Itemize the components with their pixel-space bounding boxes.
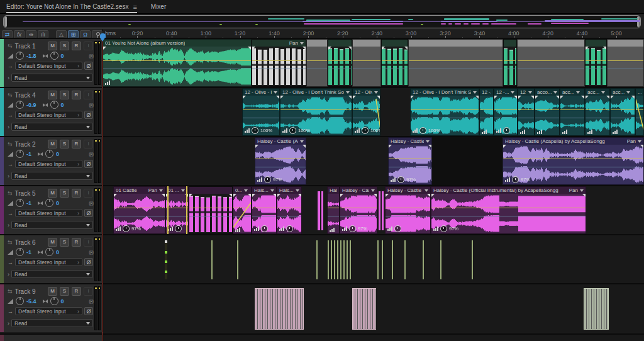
pan-envelope-line[interactable] bbox=[389, 167, 431, 167]
audio-clip[interactable] bbox=[352, 39, 381, 87]
input-monitor-button[interactable]: I bbox=[84, 42, 93, 50]
clip-header[interactable]: 12 - Olive - I Don't Think So - Ex... bbox=[411, 89, 479, 96]
volume-envelope-line[interactable] bbox=[382, 60, 408, 61]
muted-audio-clip[interactable] bbox=[255, 288, 304, 330]
audio-clip-sliver[interactable] bbox=[423, 240, 424, 279]
phase-invert-button[interactable]: Ø bbox=[84, 258, 93, 266]
audio-clip-sliver[interactable] bbox=[350, 240, 351, 279]
volume-envelope-line[interactable] bbox=[328, 60, 352, 61]
audio-clip[interactable]: 12 - Olive...100% bbox=[352, 88, 380, 136]
clip-gain-icon[interactable] bbox=[342, 226, 347, 231]
mute-button[interactable]: M bbox=[48, 42, 57, 50]
clip-gain-icon[interactable] bbox=[482, 130, 487, 134]
volume-knob[interactable] bbox=[16, 150, 24, 158]
chevron-down-icon[interactable] bbox=[553, 91, 557, 94]
time-stretch-icon[interactable] bbox=[123, 225, 130, 232]
chevron-down-icon[interactable] bbox=[426, 140, 430, 143]
record-arm-button[interactable]: R bbox=[72, 91, 81, 99]
chevron-down-icon[interactable] bbox=[346, 91, 350, 94]
audio-clip[interactable]: Halsey - Castle (Off... bbox=[385, 186, 431, 234]
audio-clip[interactable] bbox=[408, 39, 503, 87]
audio-clip[interactable]: 12 -... bbox=[494, 88, 518, 136]
audio-clip[interactable]: Hals... bbox=[277, 186, 302, 234]
time-stretch-icon[interactable] bbox=[289, 127, 296, 134]
input-select[interactable]: Default Stereo Input› bbox=[15, 258, 82, 266]
clip-header[interactable]: 12 - Ol... bbox=[518, 89, 534, 96]
volume-envelope-line[interactable] bbox=[353, 60, 380, 61]
clip-gain-icon[interactable] bbox=[520, 130, 525, 134]
time-stretch-icon[interactable] bbox=[175, 225, 182, 232]
input-monitor-button[interactable]: I bbox=[84, 91, 93, 99]
volume-envelope-line[interactable] bbox=[480, 109, 493, 110]
pan-envelope-line[interactable] bbox=[328, 69, 352, 69]
pan-envelope-line[interactable] bbox=[252, 69, 306, 69]
volume-envelope-line[interactable] bbox=[252, 60, 306, 61]
chevron-down-icon[interactable] bbox=[425, 189, 428, 192]
audio-clip-sliver[interactable] bbox=[347, 240, 348, 279]
audio-clip[interactable]: 01 CastlePan97% bbox=[113, 186, 165, 234]
volume-envelope-line[interactable] bbox=[280, 109, 352, 110]
pan-envelope-line[interactable] bbox=[243, 118, 279, 118]
automation-expand-icon[interactable]: › bbox=[8, 222, 9, 228]
clip-header[interactable]: Hals... bbox=[277, 187, 301, 194]
audio-clip-sliver[interactable] bbox=[379, 191, 380, 230]
phase-invert-button[interactable]: Ø bbox=[84, 209, 93, 217]
volume-envelope-line[interactable] bbox=[189, 208, 232, 208]
volume-envelope-line[interactable] bbox=[255, 159, 306, 159]
clip-header[interactable] bbox=[586, 40, 606, 47]
time-stretch-icon[interactable] bbox=[264, 176, 271, 183]
clip-gain-icon[interactable] bbox=[413, 128, 418, 133]
chevron-down-icon[interactable] bbox=[270, 189, 274, 192]
audio-clip[interactable]: 12 - Ol... bbox=[518, 88, 535, 136]
audio-clip-sliver[interactable] bbox=[440, 240, 441, 279]
automation-mode-select[interactable]: Read bbox=[11, 221, 93, 229]
clip-gain-icon[interactable] bbox=[433, 226, 438, 231]
clip-gain-icon[interactable] bbox=[330, 228, 335, 232]
volume-knob[interactable] bbox=[16, 52, 24, 60]
clip-header[interactable] bbox=[382, 40, 408, 47]
mute-button[interactable]: M bbox=[48, 189, 57, 198]
automation-mode-select[interactable]: Read bbox=[11, 172, 93, 180]
volume-envelope-line[interactable] bbox=[494, 109, 517, 110]
overview-left-handle[interactable] bbox=[4, 16, 7, 27]
time-stretch-icon[interactable] bbox=[503, 127, 510, 134]
volume-envelope-line[interactable] bbox=[586, 60, 606, 61]
clip-header[interactable] bbox=[353, 40, 380, 47]
audio-clip-sliver[interactable] bbox=[316, 240, 318, 279]
audio-clip[interactable]: 01 You're Not Alone (album version) bbox=[103, 39, 252, 87]
input-select[interactable]: Default Stereo Input› bbox=[15, 111, 82, 119]
input-select[interactable]: Default Stereo Input› bbox=[15, 160, 82, 168]
volume-knob[interactable] bbox=[16, 248, 24, 256]
audio-clip[interactable]: Halsey - Castle (A...97% bbox=[388, 137, 432, 185]
pan-envelope-line[interactable] bbox=[494, 118, 517, 118]
pan-envelope-line[interactable] bbox=[340, 216, 377, 216]
clip-header[interactable] bbox=[189, 187, 232, 194]
pan-knob[interactable] bbox=[50, 52, 58, 60]
volume-envelope-line[interactable] bbox=[340, 208, 377, 208]
audio-clip[interactable] bbox=[607, 39, 644, 87]
clip-gain-icon[interactable] bbox=[116, 226, 121, 231]
audio-clip[interactable]: acc... bbox=[610, 88, 635, 136]
audio-clip[interactable]: acc... bbox=[585, 88, 610, 136]
volume-envelope-line[interactable] bbox=[431, 208, 586, 208]
volume-envelope-line[interactable] bbox=[535, 109, 559, 110]
audio-clip-sliver[interactable] bbox=[472, 240, 473, 279]
volume-envelope-line[interactable] bbox=[518, 60, 584, 61]
track-lane[interactable] bbox=[103, 284, 644, 332]
audio-clip[interactable] bbox=[189, 186, 233, 234]
audio-clip-sliver[interactable] bbox=[337, 240, 338, 279]
chevron-down-icon[interactable] bbox=[181, 189, 185, 192]
audio-clip[interactable]: acco... bbox=[535, 88, 560, 136]
razor-tool-icon[interactable]: ⇹ bbox=[26, 30, 36, 38]
automation-mode-select[interactable]: Read bbox=[11, 270, 93, 278]
clip-header[interactable]: 12 -... bbox=[494, 89, 517, 96]
automation-expand-icon[interactable]: › bbox=[8, 124, 9, 130]
clip-header[interactable]: 0... bbox=[233, 187, 251, 194]
volume-envelope-line[interactable] bbox=[277, 208, 301, 208]
phase-invert-button[interactable]: Ø bbox=[84, 160, 93, 168]
input-monitor-button[interactable]: I bbox=[84, 238, 93, 247]
clip-gain-icon[interactable] bbox=[279, 226, 284, 231]
volume-envelope-line[interactable] bbox=[252, 208, 276, 208]
clip-gain-icon[interactable] bbox=[245, 128, 250, 133]
pan-envelope-line[interactable] bbox=[114, 216, 165, 216]
